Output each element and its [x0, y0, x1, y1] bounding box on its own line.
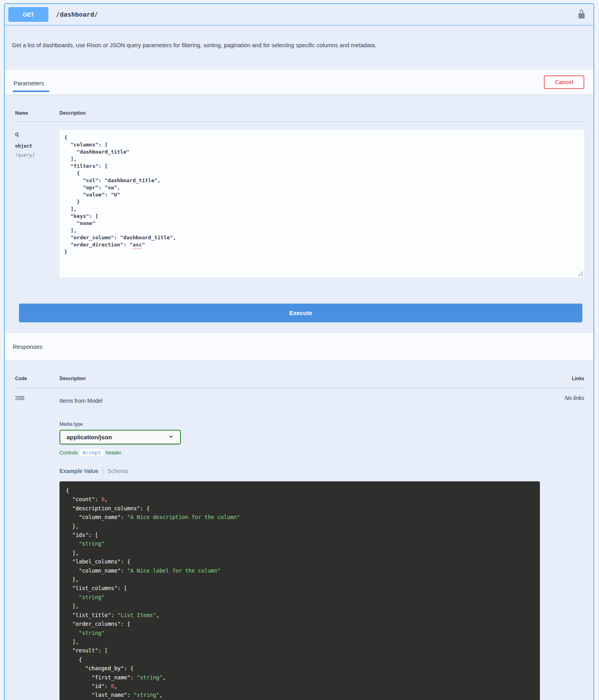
parameter-row: q object (query) { "columns": [ "dashboa… [15, 122, 584, 277]
media-type-selected-value: application/json [67, 434, 112, 440]
authorize-button[interactable] [577, 9, 586, 20]
code-line: "count": 0, [66, 495, 534, 504]
media-type-select[interactable]: application/json [60, 430, 181, 444]
code-line: "column_name": "A Nice description for t… [66, 513, 534, 521]
column-header-code: Code [15, 376, 60, 381]
code-line: "ids": [ [66, 531, 534, 539]
code-line: "list_columns": [ [66, 584, 534, 592]
operation-block-get-dashboard: GET /dashboard/ Get a list of dashboards… [4, 3, 594, 700]
parameters-table: Name Description q object (query) { "col… [5, 94, 593, 322]
code-line: { [66, 486, 534, 495]
accept-note-suffix: header. [106, 450, 122, 456]
tab-divider [103, 467, 103, 475]
code-line: "result": [ [66, 646, 534, 655]
code-line: "first_name": "string", [66, 673, 534, 682]
column-header-description: Description [60, 110, 584, 116]
query-json-textarea[interactable]: { "columns": [ "dashboard_title" ], "fil… [60, 130, 584, 277]
code-line: }, [66, 522, 534, 531]
code-line: ], [66, 602, 534, 610]
code-line: "column_name": "A Nice label for the col… [66, 566, 534, 575]
misspelled-word: asc [132, 242, 142, 248]
code-line: "string" [66, 629, 534, 637]
accept-note-prefix: Controls [60, 450, 78, 456]
code-line: { [66, 655, 534, 664]
responses-title: Responses [13, 343, 42, 350]
responses-section-header: Responses [5, 333, 593, 360]
response-code: 200 [15, 388, 60, 700]
code-line: "last_name": "string", [66, 690, 534, 699]
example-tabs: Example Value Schema [60, 467, 540, 475]
parameter-name: q [15, 131, 60, 138]
response-links: No links [540, 388, 584, 700]
http-method-badge: GET [8, 7, 48, 22]
code-line: ], [66, 548, 534, 557]
chevron-down-icon [167, 433, 175, 442]
code-line: "list_title": "List Items", [66, 611, 534, 619]
code-line: "id": 0, [66, 682, 534, 690]
operation-description: Get a list of dashboards, use Rison or J… [5, 25, 593, 67]
code-line: "description_columns": { [66, 504, 534, 513]
column-header-description: Description [60, 376, 540, 381]
code-line: "changed_by": { [66, 664, 534, 673]
code-line: ], [66, 637, 534, 646]
response-description: Items from Model [60, 398, 540, 404]
code-line: "string" [66, 539, 534, 548]
parameters-section-header: Parameters Cancel [5, 70, 593, 94]
unlocked-padlock-icon [577, 14, 586, 20]
column-header-name: Name [15, 110, 60, 116]
code-line: "string" [66, 593, 534, 602]
tab-schema[interactable]: Schema [108, 468, 128, 474]
example-value-code-block[interactable]: { "count": 0, "description_columns": { "… [60, 481, 540, 700]
response-row-200: 200 Items from Model Media type applicat… [15, 388, 584, 700]
operation-summary[interactable]: GET /dashboard/ [5, 4, 593, 25]
code-line: }, [66, 575, 534, 584]
column-header-links: Links [540, 376, 584, 381]
parameter-location: (query) [15, 152, 60, 158]
cancel-button[interactable]: Cancel [544, 75, 584, 89]
accept-header-code: Accept [80, 449, 104, 456]
media-type-label: Media type [60, 421, 540, 427]
accept-header-note: Controls Accept header. [60, 450, 540, 456]
responses-table: Code Description Links 200 Items from Mo… [5, 360, 593, 700]
execute-button[interactable]: Execute [19, 304, 582, 322]
tab-parameters[interactable]: Parameters [13, 80, 49, 92]
code-line: "order_columns": [ [66, 619, 534, 628]
endpoint-path: /dashboard/ [56, 11, 98, 18]
code-line: "label_columns": { [66, 557, 534, 566]
parameter-type: object [15, 143, 60, 149]
tab-example-value[interactable]: Example Value [60, 468, 98, 474]
